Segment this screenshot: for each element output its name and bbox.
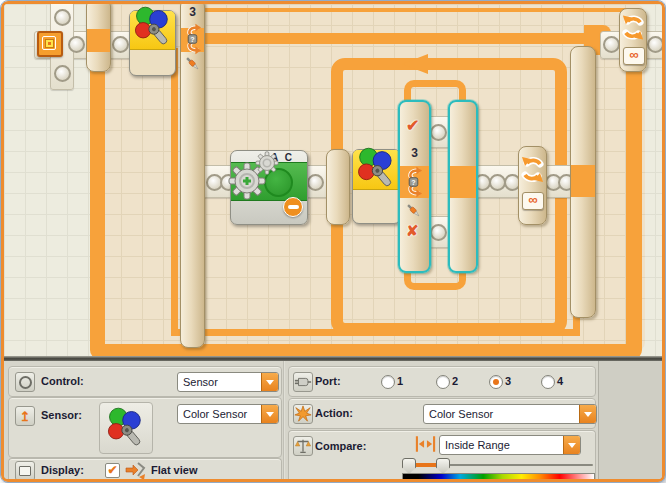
switch-hub-icon: ? bbox=[183, 23, 202, 55]
action-icon bbox=[293, 404, 313, 424]
switch-left-post[interactable]: 3 ? bbox=[180, 4, 205, 348]
switch-top-thin-wire bbox=[192, 8, 632, 12]
compare-label: Compare: bbox=[315, 440, 366, 452]
dropper-icon bbox=[405, 202, 422, 219]
switch-condition-beam[interactable]: ✔ 3 ? ✘ bbox=[398, 100, 431, 273]
port-option-label: 3 bbox=[505, 375, 511, 387]
range-slider-thumb-high[interactable] bbox=[436, 458, 450, 474]
wire-patch bbox=[87, 29, 110, 52]
port-option-label: 2 bbox=[452, 375, 458, 387]
stud bbox=[647, 36, 662, 53]
compare-scales-icon bbox=[293, 436, 313, 456]
port-label: Port: bbox=[315, 375, 341, 387]
port-group: Port: 1 2 3 4 bbox=[288, 366, 596, 397]
motor-stop-badge bbox=[283, 197, 303, 217]
flat-view-label: Flat view bbox=[151, 464, 197, 476]
action-value: Color Sensor bbox=[424, 408, 579, 420]
action-group: Action: Color Sensor bbox=[288, 398, 596, 429]
control-label: Control: bbox=[41, 375, 84, 387]
svg-text:?: ? bbox=[411, 179, 415, 187]
color-sensor-icon bbox=[104, 406, 148, 451]
dropdown-arrow-icon[interactable] bbox=[261, 373, 278, 391]
action-dropdown[interactable]: Color Sensor bbox=[423, 404, 597, 424]
switch-false-icon: ✘ bbox=[406, 222, 419, 240]
inside-range-icon bbox=[415, 435, 436, 453]
dropdown-arrow-icon[interactable] bbox=[261, 405, 278, 423]
inner-loop-arrow bbox=[402, 54, 428, 74]
range-slider-thumb-low[interactable] bbox=[402, 458, 416, 474]
compare-dropdown[interactable]: Inside Range bbox=[439, 435, 581, 455]
stud bbox=[430, 124, 447, 141]
loop-arrows-icon bbox=[519, 155, 546, 185]
nxt-g-window: 3 ? A C bbox=[1, 1, 665, 482]
outer-loop-wire-right bbox=[626, 68, 642, 348]
sensor-preview bbox=[99, 402, 153, 454]
dropdown-arrow-icon[interactable] bbox=[579, 405, 596, 423]
switch-hub-icon: ? bbox=[404, 166, 423, 198]
loop-arrows-icon bbox=[620, 13, 646, 43]
sensor-value: Color Sensor bbox=[178, 408, 261, 420]
sensor-icon: ↥ bbox=[15, 406, 35, 426]
stud bbox=[430, 224, 447, 241]
sensor-label: Sensor: bbox=[41, 409, 82, 421]
color-sensor-block[interactable] bbox=[352, 149, 401, 224]
outer-loop-wire-left bbox=[90, 46, 105, 348]
control-icon bbox=[15, 372, 35, 392]
switch-right-post[interactable] bbox=[570, 46, 596, 318]
action-label: Action: bbox=[315, 407, 353, 419]
motor-block[interactable]: A C bbox=[230, 150, 308, 225]
gears-icon bbox=[225, 151, 281, 203]
start-glyph-icon bbox=[42, 36, 56, 50]
switch-port-number: 3 bbox=[181, 5, 204, 19]
switch-wire-left bbox=[171, 48, 178, 336]
sensor-dropdown[interactable]: Color Sensor bbox=[177, 404, 279, 424]
wire-patch bbox=[571, 165, 595, 197]
program-canvas[interactable]: 3 ? A C bbox=[4, 4, 662, 356]
checkmark: ✔ bbox=[107, 463, 117, 477]
stud bbox=[112, 36, 129, 53]
switch-port-number: 3 bbox=[400, 146, 429, 160]
outer-loop-block[interactable]: ∞ bbox=[619, 8, 647, 72]
color-sensor-icon bbox=[131, 5, 175, 50]
display-group: Display: ✔ Flat view bbox=[8, 458, 282, 482]
panel-divider bbox=[283, 361, 285, 479]
wire-patch bbox=[450, 166, 476, 198]
switch-true-icon: ✔ bbox=[406, 116, 419, 135]
display-icon bbox=[15, 461, 35, 481]
switch-rail-top bbox=[190, 33, 590, 44]
color-sensor-icon bbox=[354, 146, 399, 192]
program-start-block[interactable] bbox=[37, 31, 63, 57]
sensor-group: ↥ Sensor: Color Sensor bbox=[8, 397, 282, 458]
panel-right-filler bbox=[598, 361, 663, 479]
loop-count-badge: ∞ bbox=[623, 47, 645, 65]
display-label: Display: bbox=[41, 464, 84, 476]
flat-view-checkbox[interactable]: ✔ bbox=[105, 463, 120, 478]
outer-loop-left-post[interactable] bbox=[86, 4, 111, 72]
port-radio-1[interactable] bbox=[381, 375, 395, 389]
compare-group: Compare: Inside Range bbox=[288, 430, 596, 480]
inner-loop-left-post[interactable] bbox=[326, 149, 350, 225]
port-icon bbox=[293, 372, 313, 392]
configuration-panel: Control: Sensor ↥ Sensor: bbox=[4, 361, 662, 479]
port-option-label: 1 bbox=[397, 375, 403, 387]
stud bbox=[603, 36, 620, 53]
flat-view-icon bbox=[125, 461, 147, 480]
outer-loop-wire-bottom bbox=[90, 344, 642, 356]
stud bbox=[307, 174, 324, 191]
port-radio-3[interactable] bbox=[489, 375, 503, 389]
color-sensor-block-top[interactable] bbox=[129, 10, 176, 76]
inner-loop-block[interactable]: ∞ bbox=[518, 146, 547, 225]
color-range-gradient bbox=[402, 473, 595, 482]
control-group: Control: Sensor bbox=[8, 366, 282, 397]
loop-count-badge: ∞ bbox=[522, 192, 544, 210]
svg-text:?: ? bbox=[190, 36, 194, 44]
stud bbox=[68, 36, 85, 53]
dropdown-arrow-icon[interactable] bbox=[563, 436, 580, 454]
port-radio-4[interactable] bbox=[541, 375, 555, 389]
port-option-label: 4 bbox=[557, 375, 563, 387]
switch-end-post[interactable] bbox=[448, 100, 478, 273]
port-radio-2[interactable] bbox=[436, 375, 450, 389]
control-dropdown[interactable]: Sensor bbox=[177, 372, 279, 392]
control-value: Sensor bbox=[178, 376, 261, 388]
dropper-icon bbox=[184, 55, 201, 72]
